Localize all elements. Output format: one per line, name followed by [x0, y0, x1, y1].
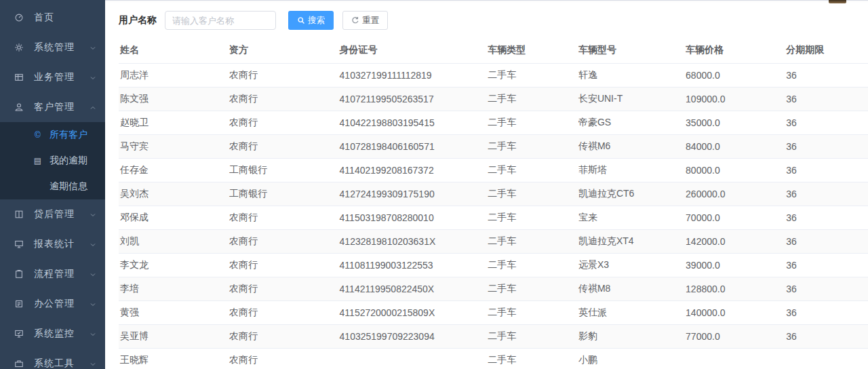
table-cell: 黄强	[119, 301, 228, 325]
search-button[interactable]: 搜索	[288, 11, 334, 30]
submenu-customer-mgmt: ©所有客户▤我的逾期逾期信息	[0, 122, 105, 199]
app-root: 首页系统管理业务管理客户管理©所有客户▤我的逾期逾期信息贷后管理报表统计流程管理…	[0, 0, 868, 369]
table-cell: 36	[785, 277, 868, 301]
table-cell: 36	[785, 230, 868, 254]
table-cell: 轩逸	[577, 64, 684, 88]
table-cell: 农商行	[228, 349, 338, 369]
table-cell: 410721199505263517	[338, 88, 487, 111]
table-cell: 36	[785, 254, 868, 277]
table-cell: 影豹	[577, 325, 684, 349]
table-cell: 410327199111112819	[338, 64, 487, 88]
table-cell: 王晓辉	[119, 349, 228, 369]
chevron-down-icon	[89, 270, 97, 278]
clipboard-icon	[14, 269, 24, 279]
avatar-cropped-image	[829, 0, 846, 3]
column-header: 资方	[228, 40, 338, 64]
table-cell: 36	[785, 64, 868, 88]
table-cell: 二手车	[486, 88, 577, 111]
table-cell: 36	[785, 325, 868, 349]
search-button-label: 搜索	[308, 15, 325, 26]
table-cell: 39000.0	[684, 254, 785, 277]
customers-table: 姓名资方身份证号车辆类型车辆型号车辆价格分期期限贷款金额月还款操作 周志洋农商行…	[119, 40, 868, 369]
table-cell: 68000.0	[684, 64, 785, 88]
reset-button[interactable]: 重置	[342, 11, 388, 30]
table-cell: 凯迪拉克XT4	[577, 230, 684, 254]
table-cell: 410422198803195415	[338, 111, 487, 135]
table-cell: 二手车	[486, 325, 577, 349]
sidebar-item-my-overdue[interactable]: ▤我的逾期	[0, 148, 105, 174]
grid-icon	[14, 72, 24, 83]
table-cell: 赵晓卫	[119, 111, 228, 135]
sidebar-item-postloan-mgmt[interactable]: 贷后管理	[0, 199, 105, 229]
sidebar-item-business-mgmt[interactable]: 业务管理	[0, 62, 105, 92]
sidebar-item-system-tools[interactable]: 系统工具	[0, 349, 105, 369]
table-cell: 远景X3	[577, 254, 684, 277]
table-cell: 吴亚博	[119, 325, 228, 349]
sidebar-item-report-stats[interactable]: 报表统计	[0, 229, 105, 259]
table-cell	[785, 349, 868, 369]
doc-icon	[14, 298, 24, 309]
sidebar-item-system-monitor[interactable]: 系统监控	[0, 319, 105, 349]
table-cell: 109000.0	[684, 88, 785, 111]
table-cell: 工商银行	[228, 159, 338, 182]
table-cell: 80000.0	[684, 159, 785, 182]
table-row: 李培农商行41142119950822450X二手车传祺M8128800.036…	[119, 277, 868, 301]
sidebar-item-system-mgmt[interactable]: 系统管理	[0, 33, 105, 62]
table-cell: 传祺M8	[577, 277, 684, 301]
sidebar-item-customer-mgmt[interactable]: 客户管理	[0, 92, 105, 122]
table-cell: 传祺M6	[577, 135, 684, 159]
table-cell: 410325199709223094	[338, 325, 487, 349]
sidebar-item-label: 系统管理	[34, 41, 89, 54]
chevron-down-icon	[89, 73, 97, 81]
table-cell: 411081199003122553	[338, 254, 487, 277]
customer-name-input[interactable]	[165, 11, 276, 30]
chevron-up-icon	[89, 103, 97, 111]
table-cell: 70000.0	[684, 206, 785, 230]
table-cell: 36	[785, 301, 868, 325]
sidebar-item-overdue-info[interactable]: 逾期信息	[0, 174, 105, 199]
table-cell: 142000.0	[684, 230, 785, 254]
table-cell: 马守宾	[119, 135, 228, 159]
table-cell: 农商行	[228, 325, 338, 349]
table-row: 王晓辉农商行二手车小鹏详情	[119, 349, 868, 369]
sidebar-item-all-customers[interactable]: ©所有客户	[0, 122, 105, 148]
table-row: 黄强农商行41152720000215809X二手车英仕派140000.0369…	[119, 301, 868, 325]
column-header: 姓名	[119, 40, 228, 64]
gear-icon	[14, 42, 24, 53]
table-cell: 36	[785, 135, 868, 159]
table-cell: 二手车	[486, 111, 577, 135]
table-cell: 410728198406160571	[338, 135, 487, 159]
table-cell: 41232819810203631X	[338, 230, 487, 254]
sidebar-item-label: 报表统计	[34, 238, 89, 250]
copyright-icon: ©	[33, 130, 43, 140]
search-form: 用户名称 搜索 重置	[119, 10, 868, 31]
table-row: 任存金工商银行411402199208167372二手车菲斯塔80000.036…	[119, 159, 868, 182]
table-cell: 农商行	[228, 301, 338, 325]
reset-button-label: 重置	[362, 15, 379, 26]
table-row: 刘凯农商行41232819810203631X二手车凯迪拉克XT4142000.…	[119, 230, 868, 254]
table-row: 吴亚博农商行410325199709223094二手车影豹77000.03650…	[119, 325, 868, 349]
username-label: 用户名称	[119, 14, 157, 26]
monitor-check-icon	[14, 328, 24, 339]
table-cell: 李文龙	[119, 254, 228, 277]
table-cell: 二手车	[486, 230, 577, 254]
monitor-icon	[14, 239, 24, 250]
sidebar-item-office-mgmt[interactable]: 办公管理	[0, 289, 105, 319]
table-cell: 刘凯	[119, 230, 228, 254]
table-cell: 412724199309175190	[338, 182, 487, 206]
table-cell: 农商行	[228, 206, 338, 230]
sidebar-item-home[interactable]: 首页	[0, 3, 105, 33]
chevron-down-icon	[89, 300, 97, 308]
table-cell: 陈文强	[119, 88, 228, 111]
book-icon	[14, 209, 24, 220]
sidebar-item-label: 业务管理	[34, 71, 89, 83]
table-row: 赵晓卫农商行410422198803195415二手车帝豪GS35000.036…	[119, 111, 868, 135]
sidebar-item-label: 系统工具	[34, 357, 89, 369]
sidebar-item-label: 流程管理	[34, 268, 89, 280]
table-cell: 84000.0	[684, 135, 785, 159]
table-cell: 二手车	[486, 277, 577, 301]
sidebar-item-process-mgmt[interactable]: 流程管理	[0, 259, 105, 289]
column-header: 车辆价格	[684, 40, 785, 64]
column-header: 身份证号	[338, 40, 487, 64]
table-cell: 36	[785, 159, 868, 182]
